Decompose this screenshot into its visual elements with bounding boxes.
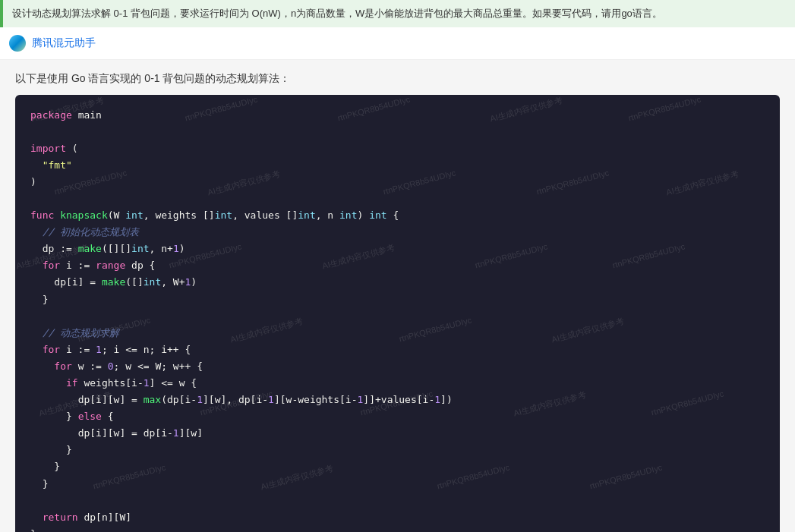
banner-text: 设计动态规划算法求解 0-1 背包问题，要求运行时间为 O(nW)，n为商品数量… — [12, 8, 662, 19]
app-name: 腾讯混元助手 — [32, 36, 96, 50]
code-block: AI生成内容仅供参考 rtnPKQR8b54UDIyc rtnPKQR8b54U… — [15, 95, 780, 533]
top-banner: 设计动态规划算法求解 0-1 背包问题，要求运行时间为 O(nW)，n为商品数量… — [0, 0, 795, 27]
logo-icon — [9, 35, 26, 52]
content-area: 以下是使用 Go 语言实现的 0-1 背包问题的动态规划算法： AI生成内容仅供… — [0, 60, 795, 533]
code-content: package main import ( "fmt" ) func knaps… — [30, 107, 765, 533]
header: 腾讯混元助手 — [0, 27, 795, 60]
intro-text: 以下是使用 Go 语言实现的 0-1 背包问题的动态规划算法： — [15, 72, 780, 86]
